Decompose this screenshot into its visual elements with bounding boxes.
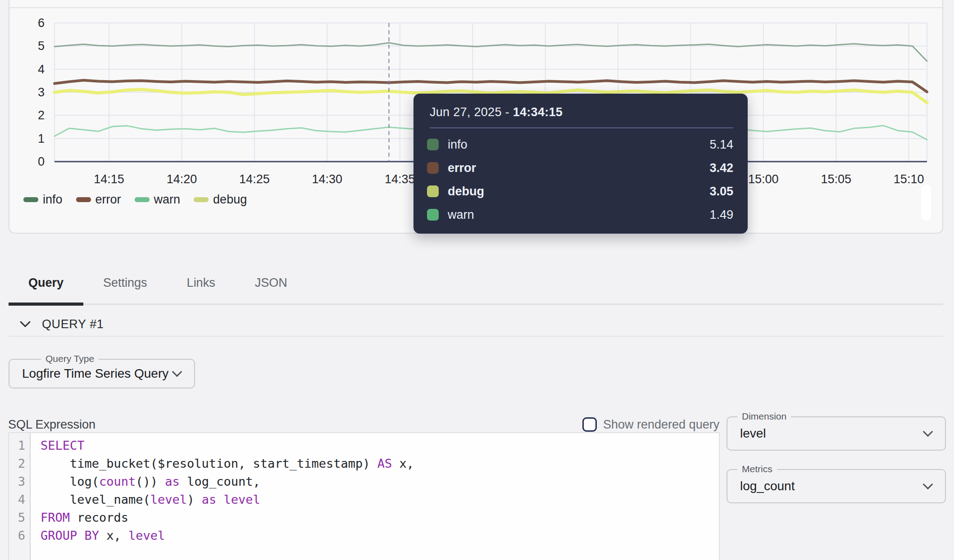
line-number: 2 <box>9 455 25 473</box>
metrics-select[interactable]: Metrics log_count <box>727 469 946 503</box>
line-number: 4 <box>9 491 25 509</box>
tooltip-row-warn: warn1.49 <box>427 203 733 226</box>
chart-legend: infoerrorwarndebug <box>23 192 247 207</box>
y-axis-tick: 2 <box>38 108 45 122</box>
legend-swatch-debug <box>194 197 209 202</box>
tooltip-series-value: 3.05 <box>709 185 733 199</box>
y-axis-tick: 5 <box>38 39 45 53</box>
tooltip-time: 14:34:15 <box>513 105 563 119</box>
y-axis-tick: 4 <box>38 63 45 76</box>
chevron-down-icon <box>923 427 933 437</box>
y-axis-tick: 1 <box>38 132 45 145</box>
dimension-value: level <box>740 426 766 441</box>
tooltip-rows: info5.14error3.42debug3.05warn1.49 <box>427 133 733 226</box>
tooltip-series-label: debug <box>448 185 484 199</box>
tooltip-divider <box>430 127 733 128</box>
metrics-value: log_count <box>740 479 795 493</box>
legend-swatch-warn <box>135 197 150 202</box>
show-rendered-query-label: Show rendered query <box>603 418 719 432</box>
scrollbar-thumb[interactable] <box>921 185 931 221</box>
metrics-label: Metrics <box>737 464 777 474</box>
x-axis-tick: 14:20 <box>167 172 197 186</box>
section-divider <box>9 336 943 337</box>
chevron-down-icon <box>19 318 31 330</box>
tooltip-series-label: info <box>448 138 468 152</box>
chart-tooltip: Jun 27, 2025 - 14:34:15 info5.14error3.4… <box>413 94 748 234</box>
tooltip-date: Jun 27, 2025 - <box>430 105 513 119</box>
y-axis-tick: 3 <box>38 86 45 99</box>
dimension-label: Dimension <box>737 411 791 422</box>
query-type-select[interactable]: Query Type Logfire Time Series Query <box>9 359 195 388</box>
code-line: FROM records <box>41 509 414 527</box>
x-axis-tick: 15:10 <box>894 172 924 186</box>
legend-label: info <box>43 193 63 207</box>
legend-label: debug <box>213 193 247 207</box>
tab-links[interactable]: Links <box>167 263 235 306</box>
tab-bar: QuerySettingsLinksJSON <box>9 263 943 305</box>
series-line-error <box>55 80 927 92</box>
legend-item-error[interactable]: error <box>76 193 121 207</box>
y-axis-tick: 6 <box>38 16 45 30</box>
show-rendered-query-toggle[interactable]: Show rendered query <box>582 416 719 433</box>
legend-item-warn[interactable]: warn <box>135 193 181 207</box>
sql-editor[interactable]: 123456 SELECT time_bucket($resolution, s… <box>8 432 720 560</box>
tab-json[interactable]: JSON <box>235 263 307 306</box>
tab-settings[interactable]: Settings <box>83 263 167 306</box>
x-axis-tick: 15:00 <box>748 172 779 186</box>
tooltip-series-value: 1.49 <box>709 208 733 222</box>
line-number: 3 <box>9 473 25 491</box>
tooltip-swatch-error <box>427 162 439 174</box>
x-axis-tick: 14:30 <box>312 172 343 186</box>
line-number: 6 <box>9 527 25 545</box>
tooltip-swatch-warn <box>427 209 439 221</box>
code-line: GROUP BY x, level <box>41 527 414 545</box>
legend-swatch-error <box>76 197 91 202</box>
x-axis-tick: 14:25 <box>239 172 270 186</box>
tooltip-row-info: info5.14 <box>427 133 733 156</box>
code-line: time_bucket($resolution, start_timestamp… <box>41 455 414 473</box>
tooltip-timestamp: Jun 27, 2025 - 14:34:15 <box>430 105 733 119</box>
x-axis-tick: 15:05 <box>821 172 851 186</box>
dimension-select[interactable]: Dimension level <box>727 416 946 451</box>
y-axis-tick: 0 <box>38 155 45 168</box>
x-axis-tick: 14:15 <box>94 172 124 186</box>
tooltip-swatch-info <box>427 139 439 150</box>
line-number: 1 <box>9 437 25 455</box>
code-line: log(count()) as log_count, <box>41 473 414 491</box>
tooltip-series-label: error <box>448 161 476 175</box>
legend-label: error <box>95 193 121 207</box>
code-line: level_name(level) as level <box>41 491 414 509</box>
tooltip-series-label: warn <box>448 208 474 222</box>
chevron-down-icon <box>172 367 182 377</box>
query-type-label: Query Type <box>41 353 99 364</box>
tab-query[interactable]: Query <box>9 263 83 306</box>
tooltip-series-value: 5.14 <box>709 138 733 152</box>
sql-expression-label: SQL Expression <box>8 418 95 432</box>
sql-editor-code: SELECT time_bucket($resolution, start_ti… <box>31 433 414 560</box>
show-rendered-query-checkbox[interactable] <box>582 417 597 432</box>
line-number: 5 <box>9 509 25 527</box>
chevron-down-icon <box>923 479 933 490</box>
legend-swatch-info <box>23 197 38 202</box>
legend-item-info[interactable]: info <box>23 193 63 207</box>
tooltip-row-debug: debug3.05 <box>427 180 733 203</box>
query-type-value: Logfire Time Series Query <box>22 366 168 381</box>
tooltip-swatch-debug <box>427 185 439 197</box>
sql-editor-line-numbers: 123456 <box>9 433 31 560</box>
x-axis-tick: 14:35 <box>385 172 415 186</box>
query-section-header[interactable]: QUERY #1 <box>19 315 104 333</box>
code-line: SELECT <box>41 437 414 455</box>
legend-item-debug[interactable]: debug <box>194 193 247 207</box>
tooltip-series-value: 3.42 <box>709 161 733 175</box>
series-line-info <box>55 43 927 61</box>
query-section-title: QUERY #1 <box>42 317 104 331</box>
tooltip-row-error: error3.42 <box>427 156 733 180</box>
legend-label: warn <box>154 193 181 207</box>
